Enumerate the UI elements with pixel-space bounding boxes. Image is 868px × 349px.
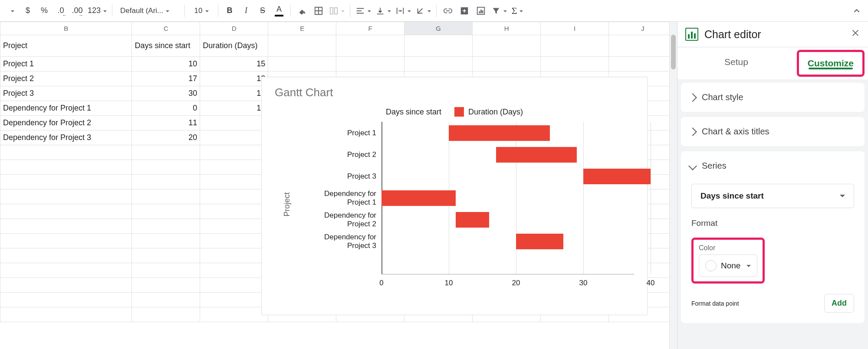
bold-button[interactable]: B	[222, 3, 237, 19]
cell[interactable]	[0, 263, 132, 278]
cell[interactable]: 10	[200, 86, 268, 101]
cell[interactable]	[132, 219, 200, 234]
cell[interactable]: 20	[132, 130, 200, 145]
column-header[interactable]: D	[200, 22, 268, 35]
cell[interactable]	[336, 57, 404, 72]
cell[interactable]: 11	[200, 101, 268, 116]
cell[interactable]: Dependency for Project 1	[0, 101, 132, 116]
column-header[interactable]: F	[336, 22, 404, 35]
zoom-dropdown[interactable]	[3, 3, 19, 19]
insert-comment-button[interactable]	[457, 3, 472, 19]
cell[interactable]	[132, 175, 200, 189]
decrease-decimal-button[interactable]: .0←	[53, 3, 69, 19]
column-header[interactable]: J	[608, 22, 677, 35]
embedded-chart[interactable]: Gantt Chart Days since start Duration (D…	[261, 77, 648, 315]
rotate-text-button[interactable]	[414, 3, 433, 19]
column-header[interactable]: B	[0, 22, 132, 35]
cell[interactable]	[132, 293, 200, 307]
bar[interactable]	[381, 190, 456, 206]
cell[interactable]	[132, 160, 200, 175]
insert-chart-button[interactable]	[473, 3, 489, 19]
cell[interactable]	[473, 57, 541, 72]
font-family-select[interactable]: Default (Ari...	[116, 3, 181, 19]
table-row[interactable]: ProjectDays since startDuration (Days)	[0, 35, 677, 57]
collapse-toolbar-button[interactable]	[849, 3, 865, 19]
fill-color-button[interactable]	[294, 3, 310, 19]
cell[interactable]: Duration (Days)	[200, 35, 268, 57]
vertical-scrollbar[interactable]	[669, 22, 677, 349]
bar[interactable]	[583, 169, 651, 184]
wrap-button[interactable]	[394, 3, 413, 19]
cell[interactable]: Dependency for Project 3	[0, 130, 132, 145]
section-chart-style[interactable]: Chart style	[681, 83, 865, 112]
font-size-select[interactable]: 10	[188, 3, 214, 19]
cell[interactable]: Days since start	[132, 35, 200, 57]
cell[interactable]	[200, 175, 268, 189]
more-formats-dropdown[interactable]: 123	[86, 3, 108, 19]
cell[interactable]	[132, 248, 200, 263]
cell[interactable]	[541, 57, 609, 72]
series-select[interactable]: Days since start	[691, 184, 854, 208]
functions-button[interactable]: Σ	[510, 3, 525, 19]
cell[interactable]	[200, 234, 268, 248]
cell[interactable]	[200, 219, 268, 234]
cell[interactable]	[0, 219, 132, 234]
cell[interactable]	[200, 248, 268, 263]
cell[interactable]	[132, 145, 200, 160]
text-color-button[interactable]: A	[271, 3, 287, 19]
cell[interactable]	[404, 35, 473, 57]
cell[interactable]	[132, 263, 200, 278]
add-data-point-button[interactable]: Add	[824, 294, 854, 313]
italic-button[interactable]: I	[238, 3, 254, 19]
format-currency-button[interactable]: $	[20, 3, 36, 19]
cell[interactable]: Project	[0, 35, 132, 57]
cell[interactable]	[0, 160, 132, 175]
cell[interactable]	[200, 278, 268, 293]
cell[interactable]	[541, 35, 609, 57]
cell[interactable]	[0, 278, 132, 293]
cell[interactable]	[0, 189, 132, 204]
cell[interactable]	[0, 248, 132, 263]
cell[interactable]	[200, 263, 268, 278]
cell[interactable]: Project 1	[0, 57, 132, 72]
tab-customize[interactable]: Customize	[800, 53, 861, 74]
cell[interactable]	[404, 57, 473, 72]
cell[interactable]: 7	[200, 130, 268, 145]
column-header[interactable]: G	[404, 22, 473, 35]
column-header[interactable]: H	[473, 22, 541, 35]
section-series-toggle[interactable]: Series	[681, 151, 865, 180]
cell[interactable]	[132, 204, 200, 219]
cell[interactable]	[0, 175, 132, 189]
cell[interactable]	[132, 307, 200, 322]
spreadsheet[interactable]: BCDEFGHIJ ProjectDays since startDuratio…	[0, 22, 677, 349]
cell[interactable]	[200, 160, 268, 175]
cell[interactable]	[0, 204, 132, 219]
cell[interactable]: 10	[132, 57, 200, 72]
cell[interactable]	[608, 35, 677, 57]
cell[interactable]	[0, 234, 132, 248]
bar[interactable]	[496, 147, 577, 163]
bar[interactable]	[516, 234, 563, 249]
cell[interactable]: Dependency for Project 2	[0, 116, 132, 130]
cell[interactable]: 30	[132, 86, 200, 101]
v-align-button[interactable]	[374, 3, 393, 19]
cell[interactable]	[0, 293, 132, 307]
column-header[interactable]: C	[132, 22, 200, 35]
cell[interactable]	[608, 57, 677, 72]
column-header[interactable]: E	[268, 22, 336, 35]
close-panel-button[interactable]	[851, 28, 860, 40]
cell[interactable]	[200, 293, 268, 307]
borders-button[interactable]	[311, 3, 326, 19]
bar[interactable]	[456, 212, 490, 228]
section-axis-titles[interactable]: Chart & axis titles	[681, 117, 865, 146]
cell[interactable]	[268, 57, 336, 72]
tab-setup[interactable]: Setup	[677, 47, 795, 79]
filter-button[interactable]	[490, 3, 509, 19]
cell[interactable]: 0	[132, 101, 200, 116]
cell[interactable]	[336, 35, 404, 57]
cell[interactable]: 15	[200, 57, 268, 72]
insert-link-button[interactable]	[440, 3, 456, 19]
series-color-select[interactable]: None	[699, 254, 757, 277]
cell[interactable]: 17	[132, 72, 200, 86]
cell[interactable]	[132, 278, 200, 293]
